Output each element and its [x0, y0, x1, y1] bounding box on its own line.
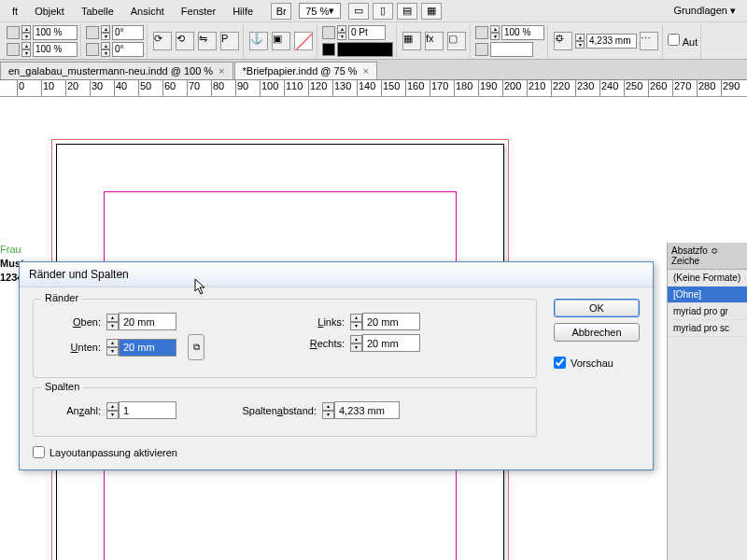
margin-bottom-input[interactable]	[119, 339, 176, 357]
control-panel: ▴▾ ▴▾ ▴▾ ▴▾ ⟳ ⟲ ⇋ P ⚓ ▣ ▴▾ ▦ fx ▢ ▴▾ ⯐ ▴…	[0, 22, 747, 60]
margin-left-label: Links:	[242, 316, 345, 328]
horizontal-ruler[interactable]: 0102030405060708090100110120130140150160…	[0, 80, 747, 97]
zoom-dropdown[interactable]: 75 % ▾	[299, 3, 341, 19]
link-margins-icon[interactable]: ⧉	[188, 334, 204, 360]
style-row[interactable]: myriad pro gr	[668, 303, 747, 320]
view-mode-3-icon[interactable]: ▤	[397, 3, 417, 20]
margins-group: Ränder Oben:▴▾ Unten:▴▾⧉ Links:▴▾ Rechts…	[33, 299, 537, 378]
stroke-weight-icon	[322, 26, 335, 39]
corner-opts-icon	[475, 43, 488, 56]
shear-input[interactable]	[112, 42, 144, 57]
shear-icon	[86, 43, 99, 56]
panel-tab[interactable]: Absatzfo ≎ Zeiche	[668, 243, 747, 270]
margins-columns-dialog: Ränder und Spalten Ränder Oben:▴▾ Unten:…	[19, 261, 654, 470]
menu-ansicht[interactable]: Ansicht	[122, 3, 173, 20]
rotate-input[interactable]	[112, 25, 144, 40]
stroke-style-input[interactable]	[337, 42, 393, 57]
close-icon[interactable]: ×	[218, 65, 224, 77]
flip-h-icon[interactable]: ⇋	[198, 32, 217, 50]
gutter-input[interactable]	[334, 401, 400, 419]
stroke-weight-input[interactable]	[348, 25, 386, 40]
crop-icon[interactable]: ⯐	[554, 32, 572, 50]
tab-doc-1[interactable]: en_galabau_mustermann-neu.indd @ 100 %×	[0, 62, 233, 79]
anchor-icon[interactable]: ⚓	[249, 32, 268, 50]
margin-right-input[interactable]	[362, 334, 420, 352]
view-mode-1-icon[interactable]: ▭	[348, 3, 369, 20]
menu-bar: ft Objekt Tabelle Ansicht Fenster Hilfe …	[0, 0, 747, 22]
auto-checkbox[interactable]: Aut	[668, 34, 698, 48]
view-mode-2-icon[interactable]: ▯	[373, 3, 393, 20]
no-fill-icon[interactable]	[294, 32, 313, 50]
column-count-label: Anzahl:	[45, 405, 101, 416]
stroke-style-icon	[322, 43, 335, 56]
margin-left-input[interactable]	[362, 313, 420, 330]
ok-button[interactable]: OK	[554, 299, 640, 317]
menu-ft[interactable]: ft	[4, 3, 26, 20]
style-row[interactable]: myriad pro sc	[668, 320, 747, 337]
layout-adjust-checkbox[interactable]: Layoutanpassung aktivieren	[33, 446, 537, 458]
paragraph-styles-panel: Absatzfo ≎ Zeiche (Keine Formate) [Ohne]…	[667, 243, 747, 560]
wrap-icon[interactable]: ▣	[272, 32, 290, 50]
style-row-selected[interactable]: [Ohne]	[668, 287, 747, 303]
menu-fenster[interactable]: Fenster	[173, 3, 224, 20]
rotate-cw-icon[interactable]: ⟳	[153, 32, 172, 50]
scale-x-input[interactable]	[33, 25, 78, 40]
margin-top-input[interactable]	[119, 313, 176, 330]
workspace-dropdown[interactable]: Grundlagen ▾	[666, 3, 743, 19]
scale-y-icon	[7, 43, 20, 56]
effects-icon[interactable]: ▦	[402, 32, 421, 50]
close-icon[interactable]: ×	[363, 65, 369, 77]
options-icon[interactable]: ⋯	[640, 32, 658, 50]
scale3-input[interactable]	[501, 25, 544, 40]
document-tabs: en_galabau_mustermann-neu.indd @ 100 %× …	[0, 60, 747, 80]
menu-objekt[interactable]: Objekt	[26, 3, 73, 20]
gutter-label: Spaltenabstand:	[214, 405, 317, 416]
column-count-input[interactable]	[119, 401, 176, 419]
scale3-icon	[475, 26, 488, 39]
columns-group: Spalten Anzahl:▴▾ Spaltenabstand:▴▾	[33, 387, 537, 437]
margin-bottom-label: Unten:	[45, 342, 101, 353]
tab-doc-2[interactable]: *Briefpapier.indd @ 75 %×	[234, 62, 378, 79]
corner-opts-input[interactable]	[490, 42, 533, 57]
menu-tabelle[interactable]: Tabelle	[73, 3, 122, 20]
scale-x-icon	[7, 26, 20, 39]
bridge-icon[interactable]: Br	[271, 3, 291, 20]
rotate-icon	[86, 26, 99, 39]
view-mode-4-icon[interactable]: ▦	[421, 3, 442, 20]
corner-icon[interactable]: ▢	[447, 32, 466, 50]
fx-icon[interactable]: fx	[425, 32, 444, 50]
type-icon[interactable]: P	[220, 32, 239, 50]
style-row[interactable]: (Keine Formate)	[668, 270, 747, 287]
rotate-ccw-icon[interactable]: ⟲	[176, 32, 194, 50]
preview-checkbox[interactable]: Vorschau	[554, 357, 640, 369]
cancel-button[interactable]: Abbrechen	[554, 323, 640, 342]
margin-top-label: Oben:	[45, 316, 101, 328]
scale-y-input[interactable]	[33, 42, 78, 57]
menu-hilfe[interactable]: Hilfe	[224, 3, 261, 20]
dialog-title[interactable]: Ränder und Spalten	[20, 262, 653, 287]
dim-input[interactable]	[586, 34, 637, 49]
margin-right-label: Rechts:	[242, 338, 345, 349]
